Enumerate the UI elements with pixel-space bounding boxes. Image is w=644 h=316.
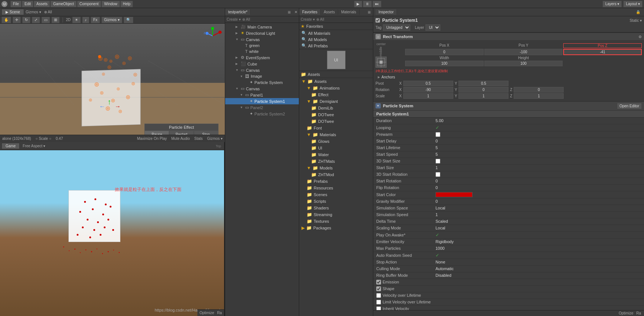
pause-btn[interactable]: Pause (145, 131, 169, 135)
optimize-btn[interactable]: Optimize (619, 311, 633, 315)
file-menu[interactable]: File (10, 1, 21, 7)
hierarchy-item-panel1[interactable]: ▼ ▭ Panel1 (225, 92, 299, 98)
materials-folder[interactable]: ▼ 📁 Materials (299, 131, 373, 138)
demigiant-folder[interactable]: ▼ 📁 Demigiant (299, 98, 373, 105)
favorites-tab[interactable]: Favorites (299, 9, 321, 15)
layer-dropdown[interactable]: UI (426, 24, 440, 31)
play-button[interactable]: ▶ (354, 1, 362, 7)
velocity-lifetime-section[interactable]: Velocity over Lifetime (373, 292, 644, 299)
hierarchy-item-eventsystem[interactable]: ▶ ⚙ EventSystem (225, 54, 299, 61)
search-scene[interactable]: 🔍 (124, 17, 133, 23)
glows-folder[interactable]: 📁 Glows (299, 138, 373, 145)
gizmos-btn[interactable]: Gizmos ▾ (101, 17, 122, 23)
rect-transform-menu[interactable]: ⚙ (638, 35, 642, 39)
ui-folder[interactable]: 📁 UI (299, 145, 373, 151)
animations-folder[interactable]: ▼ 📁 Animations (299, 85, 373, 91)
optimize-label[interactable]: Optimize (200, 311, 214, 315)
resources-folder[interactable]: 📁 Resources (299, 185, 373, 191)
dotwee2-folder[interactable]: 📁 DOTwee (299, 118, 373, 125)
pivot-y-input[interactable] (458, 81, 508, 86)
hierarchy-item-image[interactable]: ▼ 🖼 Image (225, 73, 299, 79)
limit-velocity-check[interactable] (376, 300, 381, 305)
object-active-check[interactable] (376, 18, 380, 23)
stop-btn[interactable]: Stop (194, 131, 218, 135)
inspector-lock[interactable]: 🔒 (634, 9, 642, 15)
lighting-btn[interactable]: ☀ (72, 17, 81, 23)
emission-check[interactable] (376, 280, 381, 285)
streaming-folder[interactable]: 📁 Streaming (299, 211, 373, 218)
prewarm-check[interactable] (436, 132, 440, 137)
prefabs-folder[interactable]: 📁 Prefabs (299, 178, 373, 185)
layout-dropdown[interactable]: Layout ▾ (623, 1, 643, 7)
hierarchy-item-white[interactable]: T white (225, 48, 299, 54)
models-folder[interactable]: ▼ 📁 Models (299, 165, 373, 171)
water-folder[interactable]: 📁 Water (299, 151, 373, 158)
scale-tool[interactable]: ⤢ (32, 17, 40, 23)
assets-root[interactable]: ▼ 📁 Assets (299, 78, 373, 85)
rect-transform-header[interactable]: ⟥ Rect Transform ⚙ (373, 33, 644, 41)
ra-label[interactable]: Ra (217, 311, 222, 315)
shape-check[interactable] (376, 286, 381, 291)
dotwee1-folder[interactable]: 📁 DOTwee (299, 111, 373, 118)
create-label[interactable]: Create ▾ (227, 17, 241, 21)
gameobject-menu[interactable]: GameObject (50, 1, 76, 7)
restart-btn[interactable]: Restart (169, 131, 194, 135)
assets-menu[interactable]: Assets (34, 1, 50, 7)
layers-dropdown[interactable]: Layers ▾ (603, 1, 622, 7)
mute-audio-btn[interactable]: Mute Audio (171, 137, 190, 141)
rotate-tool[interactable]: ↻ (22, 17, 30, 23)
hierarchy-close[interactable]: ✕ (293, 9, 299, 15)
inspector-tab[interactable]: Inspector (376, 9, 397, 15)
hierarchy-item-panel2[interactable]: ▼ ▭ Panel2 (225, 104, 299, 111)
rot-y-input[interactable] (458, 87, 508, 93)
scale-y-input[interactable] (458, 93, 508, 99)
scale-x-input[interactable] (403, 93, 453, 99)
all-materials-item[interactable]: 🔍 All Materials (299, 30, 373, 36)
start-color-swatch[interactable] (436, 192, 473, 197)
scale-z-input[interactable] (514, 93, 564, 99)
scene-tab[interactable]: ▶ Scene (1, 9, 24, 15)
scale-control[interactable]: ○ Scale ○ (36, 137, 51, 141)
hierarchy-item-canvas2[interactable]: ▼ ▭ Canvas (225, 67, 299, 73)
stats-btn[interactable]: Stats (194, 137, 203, 141)
hierarchy-item-particlesystem2[interactable]: ✦ Particle System2 (225, 111, 299, 117)
anchor-widget[interactable] (376, 57, 387, 68)
hierarchy-item-particlesystem[interactable]: ✦ Particle System (225, 79, 299, 85)
hierarchy-item-cube[interactable]: ▶ ⬛ Cube (225, 61, 299, 67)
component-menu[interactable]: Component (77, 1, 101, 7)
help-menu[interactable]: Help (120, 1, 133, 7)
velocity-lifetime-check[interactable] (376, 293, 381, 298)
search-label[interactable]: ⊕ All (242, 17, 250, 21)
font-folder[interactable]: 📁 Font (299, 125, 373, 131)
particle-system-header[interactable]: ✦ Particle System Open Editor (373, 101, 644, 111)
zhtmod-folder[interactable]: 📁 ZHTMod (299, 171, 373, 178)
gizmos-dropdown-bottom[interactable]: Gizmos ▾ (207, 137, 223, 141)
all-label[interactable]: ⊕ All (44, 10, 52, 14)
game-tab[interactable]: Game (1, 143, 20, 149)
zhtmats-folder[interactable]: 📁 ZHTMats (299, 158, 373, 165)
textures-folder[interactable]: 📁 Textures (299, 218, 373, 225)
effect-folder[interactable]: 📁 Effect (299, 91, 373, 98)
3d-start-rotation-check[interactable] (436, 172, 440, 177)
pos-x-input[interactable] (405, 49, 484, 55)
open-editor-btn[interactable]: Open Editor (617, 103, 642, 109)
pos-y-input[interactable] (484, 49, 563, 55)
all-models-item[interactable]: 🔍 All Models (299, 36, 373, 43)
packages-folder[interactable]: ▶ 📁 Packages (299, 225, 373, 231)
limit-velocity-section[interactable]: Limit Velocity over Lifetime (373, 299, 644, 306)
assets-tab[interactable]: Assets (321, 9, 338, 15)
hierarchy-item-maincamera[interactable]: ▶ 🎥 Main Camera (225, 24, 299, 30)
window-menu[interactable]: Window (101, 1, 120, 7)
rot-z-input[interactable] (514, 87, 564, 93)
gizmos-label[interactable]: Gizmos ▾ (26, 10, 41, 14)
hierarchy-item-directionallight[interactable]: ▶ ☀ Directional Light (225, 30, 299, 36)
transform-tool[interactable]: ⊞ (51, 17, 60, 23)
move-tool[interactable]: ✛ (13, 17, 21, 23)
ra-btn[interactable]: Ra (636, 311, 641, 315)
demilib-folder[interactable]: 📁 DemiLib (299, 105, 373, 111)
all-prefabs-item[interactable]: 🔍 All Prefabs (299, 43, 373, 49)
emission-section[interactable]: Emission (373, 279, 644, 286)
maximize-play-btn[interactable]: Maximize On Play (137, 137, 167, 141)
hierarchy-menu[interactable]: ≡ (286, 9, 293, 16)
project-create[interactable]: Create ▾ (301, 17, 315, 21)
